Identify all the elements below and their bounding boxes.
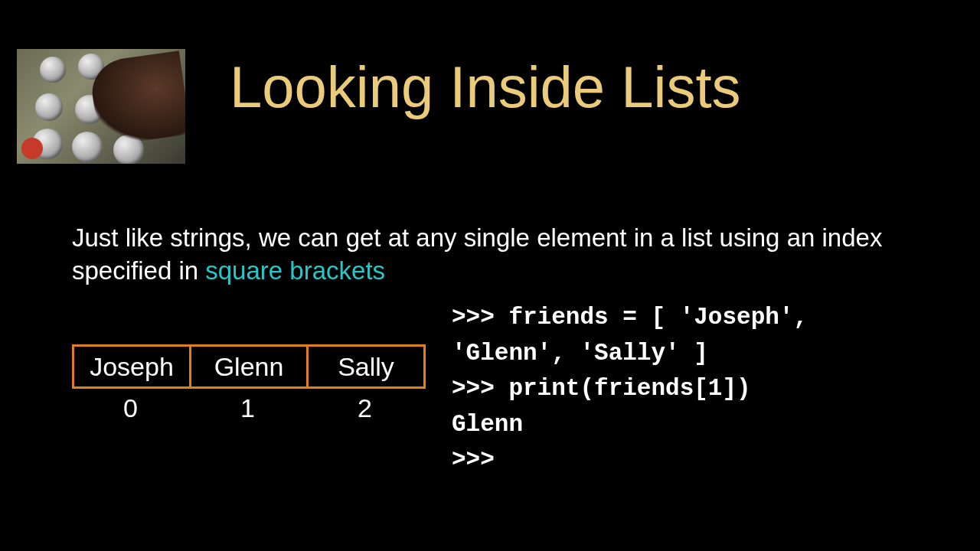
list-cell: Glenn — [191, 347, 309, 386]
list-cells: Joseph Glenn Sally — [72, 344, 426, 389]
slide-thumbnail-image — [17, 49, 185, 164]
code-line: Glenn — [452, 411, 523, 438]
slide-title: Looking Inside Lists — [230, 54, 741, 120]
list-cell: Sally — [309, 347, 423, 386]
list-index: 0 — [72, 393, 189, 423]
code-block: >>> friends = [ 'Joseph', 'Glenn', 'Sall… — [452, 300, 808, 478]
code-line: >>> — [452, 446, 495, 473]
list-cell: Joseph — [74, 347, 191, 386]
code-line: 'Glenn', 'Sally' ] — [452, 340, 708, 367]
code-line: >>> print(friends[1]) — [452, 375, 751, 402]
list-index: 2 — [306, 393, 423, 423]
list-diagram: Joseph Glenn Sally 0 1 2 — [72, 344, 426, 423]
body-text-highlight: square brackets — [205, 256, 385, 285]
slide: Looking Inside Lists Just like strings, … — [0, 0, 980, 551]
list-index: 1 — [189, 393, 306, 423]
slide-body-text: Just like strings, we can get at any sin… — [72, 222, 934, 288]
list-indices: 0 1 2 — [72, 393, 426, 423]
code-line: >>> friends = [ 'Joseph', — [452, 304, 808, 331]
body-text-main: Just like strings, we can get at any sin… — [72, 223, 882, 285]
